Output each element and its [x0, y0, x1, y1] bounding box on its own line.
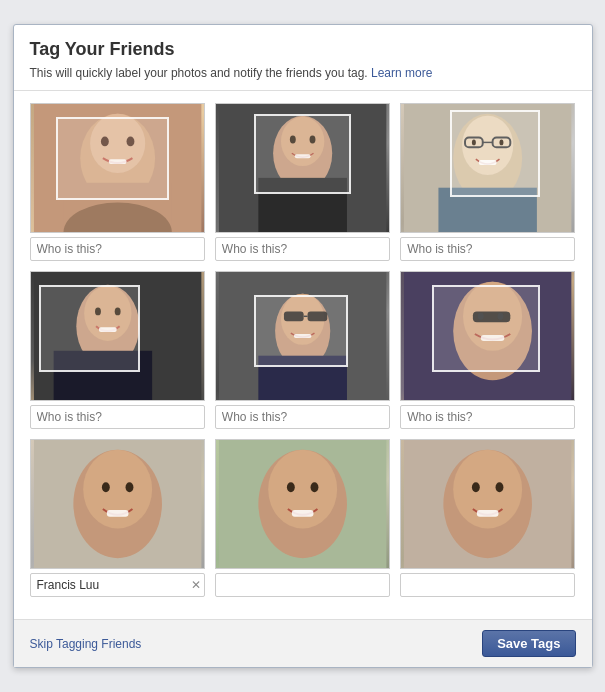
skip-tagging-link[interactable]: Skip Tagging Friends — [30, 637, 142, 651]
photo-cell-8 — [215, 439, 390, 597]
face-detection-box-5 — [254, 295, 348, 367]
tag-input-container-7: ✕ — [30, 573, 205, 597]
photo-frame-7 — [30, 439, 205, 569]
photo-frame-1 — [30, 103, 205, 233]
face-detection-box-6 — [432, 285, 539, 372]
dialog-header: Tag Your Friends This will quickly label… — [14, 25, 592, 91]
svg-rect-52 — [106, 510, 128, 517]
dialog-body: ✕ — [14, 91, 592, 619]
photo-frame-6 — [400, 271, 575, 401]
photo-frame-4 — [30, 271, 205, 401]
save-tags-button[interactable]: Save Tags — [482, 630, 575, 657]
photo-cell-6 — [400, 271, 575, 429]
photo-cell-7: ✕ — [30, 439, 205, 597]
svg-rect-58 — [292, 510, 314, 517]
tag-input-6[interactable] — [400, 405, 575, 429]
photo-cell-5 — [215, 271, 390, 429]
tag-input-container-3 — [400, 237, 575, 261]
photo-frame-9 — [400, 439, 575, 569]
tag-input-1[interactable] — [30, 237, 205, 261]
tag-input-container-6 — [400, 405, 575, 429]
tag-input-2[interactable] — [215, 237, 390, 261]
tag-input-3[interactable] — [400, 237, 575, 261]
subtitle-text: This will quickly label your photos and … — [30, 66, 372, 80]
tag-input-container-8 — [215, 573, 390, 597]
face-detection-box-1 — [56, 117, 169, 200]
photo-grid-row1 — [30, 103, 576, 261]
tag-input-9[interactable] — [400, 573, 575, 597]
tag-input-container-9 — [400, 573, 575, 597]
tag-input-4[interactable] — [30, 405, 205, 429]
tag-input-container-2 — [215, 237, 390, 261]
tag-clear-7[interactable]: ✕ — [191, 579, 201, 591]
photo-cell-2 — [215, 103, 390, 261]
photo-frame-5 — [215, 271, 390, 401]
svg-point-50 — [101, 482, 109, 492]
face-detection-box-3 — [450, 110, 540, 197]
photo-cell-4 — [30, 271, 205, 429]
dialog-subtitle: This will quickly label your photos and … — [30, 66, 576, 80]
learn-more-link[interactable]: Learn more — [371, 66, 432, 80]
svg-point-51 — [125, 482, 133, 492]
face-detection-box-2 — [254, 114, 351, 193]
svg-point-63 — [496, 482, 504, 492]
photo-cell-3 — [400, 103, 575, 261]
tag-input-5[interactable] — [215, 405, 390, 429]
photo-frame-2 — [215, 103, 390, 233]
photo-grid-row3: ✕ — [30, 439, 576, 597]
svg-point-56 — [287, 482, 295, 492]
svg-point-57 — [310, 482, 318, 492]
tag-input-8[interactable] — [215, 573, 390, 597]
tag-input-container-4 — [30, 405, 205, 429]
photo-frame-3 — [400, 103, 575, 233]
tag-input-container-1 — [30, 237, 205, 261]
svg-rect-64 — [477, 510, 499, 517]
photo-grid-row2 — [30, 271, 576, 429]
tag-input-container-5 — [215, 405, 390, 429]
photo-frame-8 — [215, 439, 390, 569]
face-detection-box-4 — [39, 285, 140, 372]
dialog-title: Tag Your Friends — [30, 39, 576, 60]
photo-cell-9 — [400, 439, 575, 597]
tag-friends-dialog: Tag Your Friends This will quickly label… — [13, 24, 593, 668]
photo-cell-1 — [30, 103, 205, 261]
svg-point-62 — [472, 482, 480, 492]
dialog-footer: Skip Tagging Friends Save Tags — [14, 619, 592, 667]
tag-input-7[interactable] — [30, 573, 205, 597]
